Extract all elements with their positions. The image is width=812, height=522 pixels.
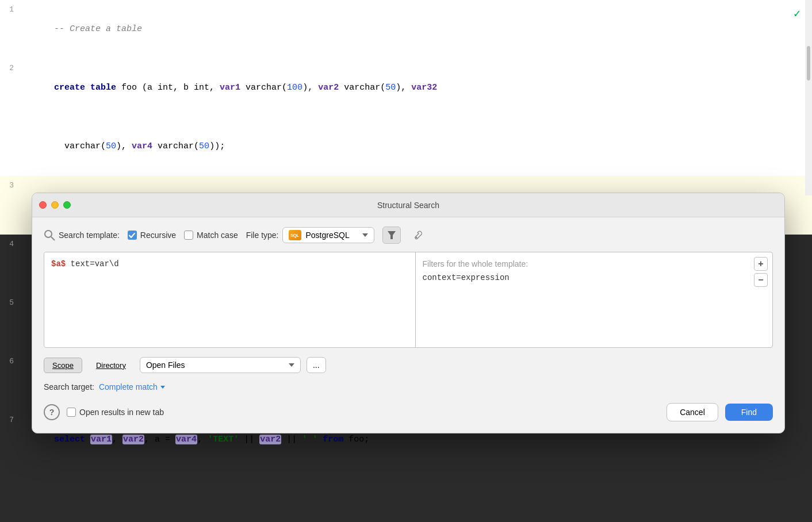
add-filter-button[interactable]: + — [754, 257, 768, 271]
dialog-title: Structural Search — [377, 201, 439, 210]
file-type-dropdown[interactable]: SQL PostgreSQL — [282, 227, 374, 243]
file-type-chevron-icon — [362, 233, 368, 237]
svg-point-0 — [45, 231, 52, 237]
template-var: $a$ — [51, 259, 66, 268]
scope-dropdown[interactable]: Open Files — [140, 357, 301, 373]
cancel-button[interactable]: Cancel — [667, 403, 718, 421]
open-results-checkbox[interactable] — [67, 408, 76, 417]
line-number-1: 1 — [0, 0, 23, 20]
recursive-label: Recursive — [140, 231, 176, 240]
template-row: Search template: Recursive Match case Fi… — [44, 227, 773, 244]
directory-button[interactable]: Directory — [88, 358, 134, 373]
match-case-label: Match case — [197, 231, 238, 240]
recursive-option[interactable]: Recursive — [128, 231, 176, 240]
line-content-1: -- Create a table — [23, 0, 805, 59]
code-line-2b: 2 varchar(50), var4 varchar(50)); — [0, 117, 812, 176]
wrench-button[interactable] — [409, 227, 427, 244]
line-content-2: create table foo (a int, b int, var1 var… — [23, 59, 805, 117]
match-case-checkbox[interactable] — [184, 231, 193, 240]
line-number-5: 5 — [0, 293, 23, 313]
open-results-option[interactable]: Open results in new tab — [67, 408, 164, 417]
filters-value[interactable]: context=expression — [423, 273, 766, 282]
checkmark-icon — [129, 233, 135, 238]
code-line-1: 1 -- Create a table ✓ — [0, 0, 812, 59]
wrench-icon — [413, 231, 423, 240]
filters-content: Filters for the whole template: context=… — [416, 252, 773, 347]
scope-chevron-icon — [289, 363, 294, 367]
scrollbar-thumb[interactable] — [807, 46, 810, 80]
traffic-lights — [39, 201, 71, 209]
file-type-label: File type: — [246, 231, 279, 240]
code-editor: 1 -- Create a table ✓ 2 create table foo… — [0, 0, 812, 195]
line-number-6: 6 — [0, 352, 23, 371]
search-target-chevron-icon — [160, 386, 165, 389]
help-button[interactable]: ? — [44, 404, 60, 420]
line-number-3: 3 — [0, 176, 23, 195]
scope-button[interactable]: Scope — [44, 358, 82, 373]
template-filter-text: text=var\d — [66, 259, 118, 268]
line-number-4: 4 — [0, 235, 23, 254]
line-number-2: 2 — [0, 59, 23, 78]
template-input-area[interactable]: $a$ text=var\d — [44, 252, 416, 347]
svg-marker-2 — [388, 231, 396, 239]
search-template-section: Search template: — [44, 229, 120, 241]
close-window-button[interactable] — [39, 201, 47, 209]
scope-dropdown-value: Open Files — [146, 360, 289, 370]
svg-line-1 — [51, 237, 55, 240]
recursive-checkbox[interactable] — [128, 231, 137, 240]
file-type-section: File type: SQL PostgreSQL — [246, 227, 374, 243]
find-button[interactable]: Find — [725, 404, 773, 421]
line-number-7: 7 — [0, 410, 23, 430]
filter-icon — [388, 231, 396, 239]
file-type-value: PostgreSQL — [306, 231, 350, 240]
search-target-label: Search target: — [44, 382, 94, 392]
match-case-option[interactable]: Match case — [184, 231, 238, 240]
textareas-row: $a$ text=var\d Filters for the whole tem… — [44, 252, 773, 348]
bottom-row: ? Open results in new tab Cancel Find — [44, 403, 773, 421]
search-target-value: Complete match — [99, 382, 158, 392]
search-target-row: Search target: Complete match — [44, 382, 773, 392]
structural-search-dialog: Structural Search Search template: — [32, 193, 785, 433]
scope-row: Scope Directory Open Files ... — [44, 357, 773, 373]
editor-scrollbar[interactable] — [805, 0, 812, 195]
maximize-window-button[interactable] — [63, 201, 71, 209]
search-template-label: Search template: — [59, 231, 120, 240]
sql-icon: SQL — [289, 230, 301, 240]
line-content-2b: varchar(50), var4 varchar(50)); — [23, 117, 805, 176]
filters-area: Filters for the whole template: context=… — [416, 252, 773, 347]
remove-filter-button[interactable]: − — [754, 273, 768, 287]
open-results-label: Open results in new tab — [79, 408, 164, 417]
dialog-titlebar: Structural Search — [32, 193, 784, 217]
ellipsis-button[interactable]: ... — [307, 357, 326, 373]
filters-label: Filters for the whole template: — [423, 259, 766, 268]
minimize-window-button[interactable] — [51, 201, 59, 209]
filter-button[interactable] — [382, 227, 401, 244]
code-line-2: 2 create table foo (a int, b int, var1 v… — [0, 59, 812, 117]
dialog-body: Search template: Recursive Match case Fi… — [32, 217, 784, 433]
svg-point-3 — [415, 237, 417, 239]
checkmark-icon: ✓ — [794, 5, 800, 24]
search-target-dropdown[interactable]: Complete match — [99, 382, 165, 392]
search-icon — [44, 229, 55, 241]
filters-buttons: + − — [754, 257, 768, 287]
